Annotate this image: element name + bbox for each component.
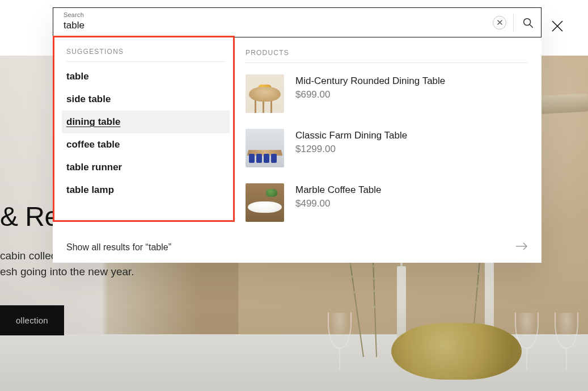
product-info: Classic Farm Dining Table$1299.00 (295, 129, 407, 167)
clear-search-button[interactable] (493, 16, 506, 30)
product-info: Marble Coffee Table$499.00 (295, 183, 382, 222)
product-price: $699.00 (295, 89, 445, 100)
close-search-button[interactable] (549, 18, 565, 34)
show-all-results-button[interactable]: Show all results for “table” (53, 233, 542, 263)
search-results-body: SUGGESTIONS tableside tabledining tablec… (53, 37, 542, 233)
search-input[interactable] (64, 20, 489, 31)
search-label: Search (64, 11, 489, 18)
hero-decoration (0, 334, 588, 391)
hero-decoration (550, 313, 583, 375)
product-price: $499.00 (295, 198, 382, 209)
suggestion-item[interactable]: side table (62, 88, 230, 111)
hero-decoration (391, 323, 522, 380)
suggestion-item[interactable]: coffee table (62, 133, 230, 156)
close-icon (497, 20, 502, 25)
product-title: Marble Coffee Table (295, 184, 382, 196)
close-icon (551, 20, 564, 32)
suggestions-highlight: SUGGESTIONS tableside tabledining tablec… (53, 38, 236, 205)
search-icon (522, 16, 534, 29)
product-result[interactable]: Classic Farm Dining Table$1299.00 (246, 121, 528, 175)
suggestion-item[interactable]: dining table (62, 111, 230, 133)
search-submit-button[interactable] (521, 15, 535, 30)
product-thumbnail (246, 129, 284, 167)
arrow-right-icon (515, 242, 528, 253)
svg-line-1 (530, 24, 532, 27)
product-result[interactable]: Mid-Century Rounded Dining Table$699.00 (246, 66, 528, 121)
hero-decoration (397, 266, 406, 357)
product-price: $1299.00 (295, 144, 407, 155)
search-field[interactable]: Search (53, 7, 542, 37)
shop-collection-button[interactable]: ollection (0, 305, 64, 335)
hero-copy-line: cabin collec (0, 250, 56, 262)
products-heading: PRODUCTS (246, 49, 528, 63)
hero-copy-line: esh going into the new year. (0, 266, 134, 278)
suggestions-heading: SUGGESTIONS (66, 48, 225, 62)
product-result[interactable]: Marble Coffee Table$499.00 (246, 175, 528, 230)
divider (513, 14, 514, 31)
product-thumbnail (246, 74, 284, 113)
suggestion-item[interactable]: table runner (62, 156, 230, 179)
hero-decoration (510, 313, 543, 375)
show-all-results-label: Show all results for “table” (66, 242, 171, 253)
suggestion-item[interactable]: table (62, 65, 230, 88)
product-title: Classic Farm Dining Table (295, 130, 407, 141)
search-actions (493, 14, 535, 31)
hero-decoration (323, 313, 356, 375)
hero-decoration (485, 258, 494, 357)
product-thumbnail (246, 183, 284, 222)
products-column: PRODUCTS Mid-Century Rounded Dining Tabl… (246, 48, 528, 230)
suggestion-item[interactable]: table lamp (62, 179, 230, 201)
suggestions-column: SUGGESTIONS tableside tabledining tablec… (66, 48, 236, 230)
product-title: Mid-Century Rounded Dining Table (295, 75, 445, 87)
product-info: Mid-Century Rounded Dining Table$699.00 (295, 74, 445, 113)
search-overlay: Search SUGGESTIONS tableside tabledining… (53, 7, 542, 263)
